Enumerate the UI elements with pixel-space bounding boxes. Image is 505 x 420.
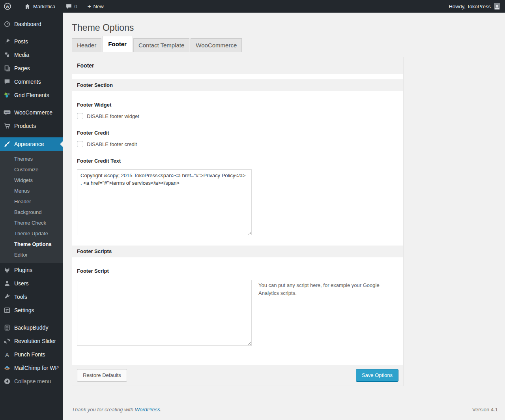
sidebar-item-products[interactable]: Products [0,119,63,133]
sidebar-item-users[interactable]: Users [0,277,63,290]
sidebar-item-label: MailChimp for WP [14,365,59,371]
sidebar-item-label: Users [14,280,29,287]
sidebar-item-appearance[interactable]: Appearance [0,137,63,151]
footer-script-help: You can put any script here, for example… [258,281,382,297]
pushpin-icon [3,38,11,45]
disable-footer-widget-text: DISABLE footer widget [87,113,139,119]
settings-sliders-icon [3,306,11,314]
disable-footer-widget-checkbox[interactable] [77,113,83,119]
submenu-item-themes[interactable]: Themes [0,154,63,164]
cart-icon [3,122,11,130]
wordpress-link[interactable]: WordPress [135,407,160,412]
my-account-menu[interactable]: Howdy, TokoPress [445,0,500,13]
sidebar-item-label: Punch Fonts [14,351,45,358]
submenu-item-background[interactable]: Background [0,207,63,218]
submenu-item-header[interactable]: Header [0,196,63,207]
plug-icon [3,266,11,274]
sidebar-item-punch-fonts[interactable]: A Punch Fonts [0,348,63,361]
submenu-item-widgets[interactable]: Widgets [0,175,63,186]
svg-text:W: W [6,4,9,9]
footer-credit-text-label: Footer Credit Text [77,158,403,164]
collapse-menu-button[interactable]: Collapse menu [0,375,63,388]
admin-bar-right: Howdy, TokoPress [445,0,505,13]
footer-credit-label: Footer Credit [77,130,403,136]
thanks-prefix: Thank you for creating with [72,407,135,412]
sidebar-item-label: Settings [14,307,34,313]
disable-footer-credit-row[interactable]: DISABLE footer credit [77,141,403,147]
sidebar-item-tools[interactable]: Tools [0,290,63,304]
sidebar-item-label: Posts [14,38,28,45]
comment-bubble-icon [3,78,11,86]
tab-woocommerce[interactable]: WooCommerce [191,38,242,52]
restore-defaults-button[interactable]: Restore Defaults [77,369,127,382]
mailchimp-monkey-icon [3,364,11,372]
submenu-item-editor[interactable]: Editor [0,249,63,260]
disable-footer-credit-text: DISABLE footer credit [87,141,137,147]
new-menu[interactable]: + New [84,0,107,13]
disable-footer-credit-checkbox[interactable] [77,141,83,147]
comment-bubble-icon [65,3,72,10]
thanks-suffix: . [160,407,162,412]
footer-credit-textarea[interactable]: Copyright &copy; 2015 TokoPress<span><a … [77,169,252,235]
page-title: Theme Options [72,22,498,33]
sidebar-item-label: Tools [14,294,27,300]
sidebar-item-posts[interactable]: Posts [0,35,63,48]
submenu-item-theme-update[interactable]: Theme Update [0,228,63,239]
admin-footer: Thank you for creating with WordPress. V… [72,407,498,412]
brush-icon [3,140,11,148]
sidebar-item-label: Products [14,123,36,129]
refresh-arrows-icon [3,337,11,345]
admin-bar: W Marketica 0 + New Howdy, TokoPress [0,0,505,13]
disable-footer-widget-row[interactable]: DISABLE footer widget [77,113,403,119]
media-icon [3,51,11,59]
sidebar-item-settings[interactable]: Settings [0,304,63,317]
save-options-button[interactable]: Save Options [356,369,398,382]
sidebar-item-revolution-slider[interactable]: Revolution Slider [0,334,63,348]
theme-options-panel: Footer Footer Section Footer Widget DISA… [72,57,404,386]
sidebar-item-mailchimp[interactable]: MailChimp for WP [0,361,63,375]
sidebar-item-grid-elements[interactable]: Grid Elements [0,88,63,102]
footer-script-label: Footer Script [77,268,403,274]
sidebar-item-woocommerce[interactable]: Woo WooCommerce [0,106,63,119]
tab-header[interactable]: Header [72,38,101,52]
submenu-item-customize[interactable]: Customize [0,164,63,175]
sidebar-item-media[interactable]: Media [0,48,63,62]
sidebar-item-label: BackupBuddy [14,324,48,331]
appearance-submenu: Themes Customize Widgets Menus Header Ba… [0,151,63,263]
sidebar-item-label: Pages [14,65,30,71]
panel-header: Footer [72,57,403,74]
footer-script-textarea[interactable] [77,280,252,346]
letter-a-icon: A [3,351,11,358]
submenu-item-theme-check[interactable]: Theme Check [0,218,63,228]
pages-icon [3,64,11,72]
panel-footer: Restore Defaults Save Options [72,365,403,386]
sidebar-item-label: Collapse menu [14,378,51,384]
wrench-icon [3,293,11,301]
tab-contact-template[interactable]: Contact Template [133,38,189,52]
footer-script-row: You can put any script here, for example… [77,275,403,346]
submenu-item-theme-options[interactable]: Theme Options [0,239,63,249]
admin-bar-left: W Marketica 0 + New [0,0,107,13]
tab-footer[interactable]: Footer [103,36,132,52]
sidebar-item-label: Media [14,52,29,58]
sidebar-item-backupbuddy[interactable]: BackupBuddy [0,321,63,334]
wordpress-logo-icon: W [4,2,11,10]
sidebar-item-label: Revolution Slider [14,338,56,344]
sidebar-item-label: Appearance [14,141,44,147]
admin-sidebar: Dashboard Posts Media Pages Comments [0,13,63,420]
svg-text:Woo: Woo [5,111,10,114]
sidebar-item-label: Grid Elements [14,92,49,98]
new-label: New [94,4,104,9]
site-name-menu[interactable]: Marketica [21,0,59,13]
submenu-item-menus[interactable]: Menus [0,186,63,196]
sidebar-item-dashboard[interactable]: Dashboard [0,17,63,31]
sidebar-item-plugins[interactable]: Plugins [0,263,63,277]
comments-menu[interactable]: 0 [62,0,80,13]
admin-menu: Dashboard Posts Media Pages Comments [0,13,63,388]
wordpress-logo-menu[interactable]: W [0,0,15,13]
sidebar-item-comments[interactable]: Comments [0,75,63,88]
sidebar-item-label: WooCommerce [14,109,52,116]
footer-scripts-header: Footer Scripts [72,246,403,257]
sidebar-item-pages[interactable]: Pages [0,62,63,75]
comments-count: 0 [74,4,77,9]
